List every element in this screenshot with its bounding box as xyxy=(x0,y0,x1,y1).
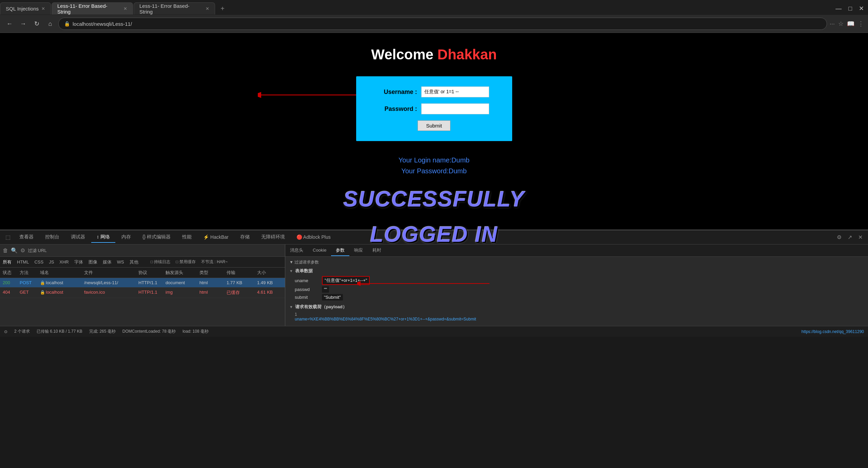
tab-cookie[interactable]: Cookie xyxy=(308,246,331,255)
network-table: 状态 方法 域名 文件 协议 触发源头 类型 传输 大小 200 POST 🔒l… xyxy=(0,268,285,326)
network-table-header: 状态 方法 域名 文件 协议 触发源头 类型 传输 大小 xyxy=(0,268,285,278)
filter-params-label: ▼ 过滤请求参数 xyxy=(289,259,864,265)
tab-close-icon[interactable]: ✕ xyxy=(123,6,127,11)
header-domain: 域名 xyxy=(37,269,81,276)
net-filter-all[interactable]: 所有 xyxy=(3,259,12,265)
devtools-network-panel: 🗑 🔍 ⚙ 过滤 URL 所有 HTML CSS JS XHR 字体 图像 媒体… xyxy=(0,245,285,326)
row-protocol: HTTP/1.1 xyxy=(136,279,163,286)
minimize-button[interactable]: — xyxy=(835,5,842,12)
arrow-svg xyxy=(258,92,360,98)
form-data-label: 表单数据 xyxy=(295,268,313,274)
url-bar[interactable]: 🔒 localhost/newsqli/Less-11/ xyxy=(58,18,827,30)
header-type: 类型 xyxy=(197,269,224,276)
param-key-passwd: passwd xyxy=(295,287,322,292)
result-text: Your Login name:Dumb Your Password:Dumb xyxy=(7,155,861,176)
net-filter-html[interactable]: HTML xyxy=(17,259,29,265)
row-transfer: 1.77 KB xyxy=(224,279,254,286)
row-status: 200 xyxy=(0,279,17,286)
browser-chrome: SQL Injections ✕ Less-11- Error Based- S… xyxy=(0,0,868,33)
row-protocol: HTTP/1.1 xyxy=(136,289,163,296)
arrow-annotation xyxy=(258,92,360,100)
disable-cache-checkbox[interactable]: □ 禁用缓存 xyxy=(176,259,196,265)
page-content: Welcome Dhakkan Username : Password : Su… xyxy=(0,33,868,230)
row-trigger: img xyxy=(163,289,197,296)
filter-url-label: 过滤 URL xyxy=(28,248,47,254)
row-type: html xyxy=(197,279,224,286)
new-tab-button[interactable]: + xyxy=(217,3,228,14)
tab-close-icon[interactable]: ✕ xyxy=(41,6,45,11)
username-input[interactable] xyxy=(421,86,489,97)
refresh-button[interactable]: ↻ xyxy=(31,18,42,29)
home-button[interactable]: ⌂ xyxy=(45,18,56,29)
back-button[interactable]: ← xyxy=(4,18,15,29)
finish-time: 完成: 265 毫秒 xyxy=(89,329,116,334)
tab-close-icon[interactable]: ✕ xyxy=(206,6,209,11)
row-transfer: 已缓存 xyxy=(224,289,254,296)
payload-section: ▼ 请求有效载荷（payload） 1 uname=%XE4%BB%BB%E6%… xyxy=(289,304,864,321)
params-panel: ▼ 过滤请求参数 ▼ 表单数据 uname "任意值"+or+1=1+--+" xyxy=(285,257,868,326)
url-text: localhost/newsqli/Less-11/ xyxy=(73,21,132,27)
forward-button[interactable]: → xyxy=(18,18,28,29)
maximize-button[interactable]: □ xyxy=(848,5,852,12)
tab-label: Less-11- Error Based- String xyxy=(139,3,203,15)
devtools-body: 🗑 🔍 ⚙ 过滤 URL 所有 HTML CSS JS XHR 字体 图像 媒体… xyxy=(0,245,868,326)
header-protocol: 协议 xyxy=(136,269,163,276)
filter-icon[interactable]: ⚙ xyxy=(20,247,25,254)
net-filter-media[interactable]: 媒体 xyxy=(103,259,112,265)
tab-less11b[interactable]: Less-11- Error Based- String ✕ xyxy=(134,2,215,15)
net-filter-css[interactable]: CSS xyxy=(34,259,43,265)
payload-toggle-icon[interactable]: ▼ xyxy=(289,305,293,309)
password-input[interactable] xyxy=(421,103,489,114)
tab-bar: SQL Injections ✕ Less-11- Error Based- S… xyxy=(0,0,868,15)
password-label: Password : xyxy=(370,105,417,113)
param-key-uname: uname xyxy=(295,278,322,283)
submit-button[interactable]: Submit xyxy=(418,120,450,131)
success-text: SUCCESSFULLY LOGGED IN xyxy=(7,187,861,247)
nav-right-icons: ··· ☆ 📖 ⋮ xyxy=(830,20,864,27)
row-file: favicon.ico xyxy=(81,289,136,296)
header-method: 方法 xyxy=(17,269,37,276)
persist-log-checkbox[interactable]: □ 持续日志 xyxy=(151,259,171,265)
net-filter-images[interactable]: 图像 xyxy=(89,259,97,265)
devtools-request-details: 消息头 Cookie 参数 响应 耗时 ▼ 过滤请求参数 ▼ 表单数据 unam… xyxy=(285,245,868,326)
param-uname-row: uname "任意值"+or+1=1+--+" xyxy=(289,276,864,285)
reader-mode-icon[interactable]: 📖 xyxy=(847,20,854,27)
row-size: 1.49 KB xyxy=(254,279,285,286)
param-key-submit: submit xyxy=(295,295,322,300)
transfer-info: 已传输 6.10 KB / 1.77 KB xyxy=(37,329,82,334)
window-controls: — □ ✕ xyxy=(835,5,868,12)
status-bar: ⊙ 2 个请求 已传输 6.10 KB / 1.77 KB 完成: 265 毫秒… xyxy=(0,326,868,337)
net-filter-xhr[interactable]: XHR xyxy=(59,259,69,265)
more-icon[interactable]: ⋮ xyxy=(858,20,864,27)
bookmark-icon[interactable]: ☆ xyxy=(838,20,844,27)
load-time: load: 108 毫秒 xyxy=(182,329,209,334)
network-row-get[interactable]: 404 GET 🔒localhost favicon.ico HTTP/1.1 … xyxy=(0,288,285,298)
csdn-url: https://blog.csdn.net/qq_39611290 xyxy=(802,329,864,334)
header-file: 文件 xyxy=(81,269,136,276)
net-filter-ws[interactable]: WS xyxy=(117,259,124,265)
clear-requests-icon[interactable]: 🗑 xyxy=(3,248,8,254)
close-button[interactable]: ✕ xyxy=(859,5,864,12)
header-trigger: 触发源头 xyxy=(163,269,197,276)
lock-icon: 🔒 xyxy=(64,21,70,26)
tab-sql-injections[interactable]: SQL Injections ✕ xyxy=(0,2,51,15)
row-trigger: document xyxy=(163,279,197,286)
net-filter-fonts[interactable]: 字体 xyxy=(74,259,83,265)
section-toggle-icon[interactable]: ▼ xyxy=(289,269,293,273)
no-throttle-option[interactable]: 不节流 : HAR~ xyxy=(201,259,228,265)
net-filter-js[interactable]: JS xyxy=(49,259,54,265)
payload-row-number: 1 xyxy=(289,312,864,317)
status-icon: ⊙ xyxy=(4,329,7,334)
search-icon[interactable]: 🔍 xyxy=(11,247,18,254)
net-filter-other[interactable]: 其他 xyxy=(130,259,138,265)
tab-less11a[interactable]: Less-11- Error Based- String ✕ xyxy=(52,2,133,15)
row-domain: 🔒localhost xyxy=(37,279,81,286)
navigation-bar: ← → ↻ ⌂ 🔒 localhost/newsqli/Less-11/ ···… xyxy=(0,15,868,33)
extensions-icon[interactable]: ··· xyxy=(830,20,835,27)
row-file: /newsqli/Less-11/ xyxy=(81,279,136,286)
tab-label: SQL Injections xyxy=(6,6,39,12)
network-row-post[interactable]: 200 POST 🔒localhost /newsqli/Less-11/ HT… xyxy=(0,278,285,288)
welcome-header: Welcome Dhakkan xyxy=(7,46,861,63)
login-form-container: Username : Password : Submit xyxy=(356,76,512,141)
row-status: 404 xyxy=(0,289,17,296)
